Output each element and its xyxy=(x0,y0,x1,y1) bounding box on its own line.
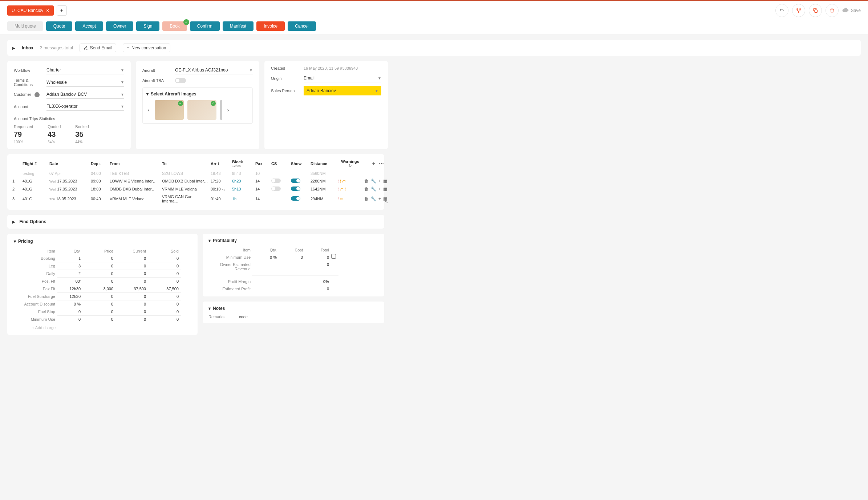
pricing-card: ▾ Pricing Item Qty. Price Current Sold B… xyxy=(7,234,198,335)
aircraft-image-2[interactable]: ✓ xyxy=(187,100,216,120)
svg-point-2 xyxy=(798,12,799,13)
inbox-title: Inbox xyxy=(22,45,33,50)
workflow-select[interactable]: Charter▼ xyxy=(46,66,124,74)
aircraft-image-3[interactable] xyxy=(220,100,222,120)
table-row[interactable]: 2 401G Wed 17.05.2023 18:00 OMDB DXB Dub… xyxy=(12,185,379,193)
chevron-right-icon: ▶ xyxy=(12,220,15,224)
find-options-section[interactable]: ▶ Find Options xyxy=(7,215,384,229)
account-select[interactable]: FL3XX-operator▼ xyxy=(46,102,124,111)
tab-bar: UTCAU Banciov × + Save xyxy=(0,1,868,20)
svg-point-0 xyxy=(796,9,798,10)
accept-button[interactable]: Accept xyxy=(75,21,103,31)
stat-booked: Booked 35 44% xyxy=(75,124,89,144)
close-icon[interactable]: × xyxy=(46,8,49,13)
add-charge-button[interactable]: + Add charge xyxy=(14,325,191,330)
show-toggle[interactable] xyxy=(291,196,300,201)
row-trash-icon[interactable]: 🗑 xyxy=(364,187,369,192)
cs-toggle[interactable] xyxy=(271,187,281,191)
new-tab-button[interactable]: + xyxy=(57,5,67,16)
new-conversation-button[interactable]: + New conversation xyxy=(123,44,170,52)
table-row[interactable]: 3 401G Thu 18.05.2023 00:40 VRMM MLE Vel… xyxy=(12,193,379,205)
aircraft-tba-toggle[interactable] xyxy=(175,78,186,83)
stat-requested: Requested 79 100% xyxy=(14,124,33,144)
terms-label: Terms & Conditions xyxy=(14,78,46,87)
row-wrench-icon[interactable]: 🔧 xyxy=(371,196,376,201)
book-button[interactable]: Book ✓ xyxy=(162,21,187,31)
chevron-right-icon[interactable]: ▶ xyxy=(12,46,15,50)
notes-toggle[interactable]: ▾ Notes xyxy=(208,306,378,311)
remarks-value[interactable]: code xyxy=(239,315,248,319)
invoice-button[interactable]: Invoice xyxy=(256,21,285,31)
created-value: 16 May 2023, 11:59 #3806943 xyxy=(304,66,358,70)
row-trash-icon[interactable]: 🗑 xyxy=(364,196,369,201)
created-label: Created xyxy=(271,66,304,70)
show-toggle[interactable] xyxy=(291,179,300,183)
aircraft-select[interactable]: OE-FLX Airbus ACJ321neo▼ xyxy=(175,66,253,74)
gallery-prev[interactable]: ‹ xyxy=(146,107,151,113)
copy-button[interactable] xyxy=(809,4,822,17)
chevron-down-icon: ▾ xyxy=(14,239,16,244)
show-toggle[interactable] xyxy=(291,187,300,191)
aircraft-image-1[interactable]: ✓ xyxy=(155,100,184,120)
row-plus-icon[interactable]: + xyxy=(378,187,381,192)
save-button[interactable]: Save xyxy=(842,7,861,14)
check-icon: ✓ xyxy=(211,101,216,106)
profitability-toggle[interactable]: ▾ Profitability xyxy=(208,238,378,243)
row-wrench-icon[interactable]: 🔧 xyxy=(371,187,376,192)
row-grid-icon[interactable]: ▦↖ xyxy=(383,196,387,201)
tag-icon[interactable]: 🏷 xyxy=(340,187,344,191)
sales-person-select[interactable]: Adrian Banciov▼ xyxy=(304,86,381,95)
row-plus-icon[interactable]: + xyxy=(378,196,381,201)
chevron-down-icon: ▼ xyxy=(121,68,124,72)
multi-quote-button[interactable]: Multi quote xyxy=(7,21,43,31)
warning-icon[interactable]: ! xyxy=(340,179,341,183)
tba-label: Aircraft TBA xyxy=(142,78,175,83)
delete-button[interactable] xyxy=(826,4,839,17)
check-icon: ✓ xyxy=(178,101,183,106)
row-trash-icon[interactable]: 🗑 xyxy=(364,179,369,184)
chevron-down-icon: ▼ xyxy=(121,104,124,108)
cancel-button[interactable]: Cancel xyxy=(288,21,316,31)
origin-select[interactable]: Email▼ xyxy=(304,74,381,82)
workflow-actions: Multi quote Quote Accept Owner Sign Book… xyxy=(0,20,868,35)
image-section-toggle[interactable]: ▾ Select Aircraft Images xyxy=(146,91,249,97)
refresh-icon[interactable]: ↻ xyxy=(337,164,363,168)
active-tab[interactable]: UTCAU Banciov × xyxy=(7,5,54,16)
minuse-checkbox[interactable] xyxy=(331,254,336,259)
branch-button[interactable] xyxy=(792,4,805,17)
plus-icon: + xyxy=(127,45,129,50)
row-grid-icon[interactable]: ▦ xyxy=(383,179,387,184)
chevron-down-icon: ▼ xyxy=(121,80,124,84)
warning-icon[interactable]: ! xyxy=(337,187,339,191)
warning-icon[interactable]: ! xyxy=(345,187,346,191)
terms-select[interactable]: Wholesale▼ xyxy=(46,78,124,87)
chevron-down-icon: ▼ xyxy=(249,68,253,72)
sign-button[interactable]: Sign xyxy=(136,21,159,31)
quote-button[interactable]: Quote xyxy=(46,21,73,31)
customer-select[interactable]: Adrian Banciov, BCV▼ xyxy=(46,90,124,99)
cs-toggle[interactable] xyxy=(271,179,281,183)
warning-icon[interactable]: ! xyxy=(337,197,339,201)
tag-icon[interactable]: 🏷 xyxy=(340,197,344,201)
row-grid-icon[interactable]: ▦ xyxy=(383,187,387,192)
undo-button[interactable] xyxy=(775,4,788,17)
customer-label: Customer i xyxy=(14,92,46,97)
aircraft-label: Aircraft xyxy=(142,68,175,73)
stats-title: Account Trips Statistics xyxy=(14,116,124,121)
row-plus-icon[interactable]: + xyxy=(378,179,381,184)
warning-icon[interactable]: ! xyxy=(337,179,339,183)
table-row[interactable]: 1 401G Wed 17.05.2023 09:00 LOWW VIE Vie… xyxy=(12,177,379,185)
owner-button[interactable]: Owner xyxy=(106,21,133,31)
send-email-button[interactable]: Send Email xyxy=(80,44,116,52)
account-label: Account xyxy=(14,104,46,109)
row-wrench-icon[interactable]: 🔧 xyxy=(371,179,376,184)
add-leg-button[interactable]: + xyxy=(372,161,375,167)
tag-icon[interactable]: 🏷 xyxy=(342,179,346,183)
more-button[interactable]: ⋯ xyxy=(379,161,384,167)
confirm-button[interactable]: Confirm xyxy=(190,21,220,31)
manifest-button[interactable]: Manifest xyxy=(223,21,253,31)
info-icon[interactable]: i xyxy=(35,92,40,97)
stat-quoted: Quoted 43 54% xyxy=(48,124,61,144)
gallery-next[interactable]: › xyxy=(226,107,231,113)
pricing-toggle[interactable]: ▾ Pricing xyxy=(14,239,191,244)
